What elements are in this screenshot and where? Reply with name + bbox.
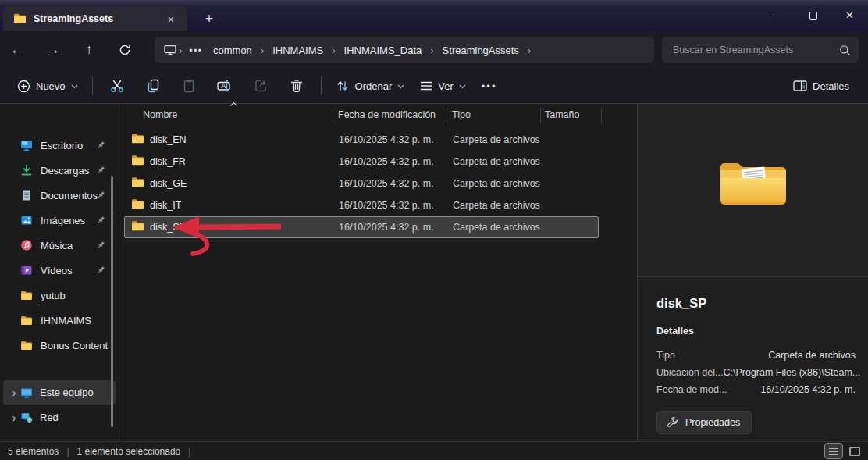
sort-button[interactable]: Ordenar [328,74,413,98]
sidebar-gap [0,358,119,380]
title-bar: StreamingAssets × + × [0,0,868,31]
column-divider[interactable] [333,108,333,123]
details-pane: disk_SP Detalles Tipo Carpeta de archivo… [637,104,868,441]
tab-close-icon[interactable]: × [162,10,180,27]
sidebar-item-label: Bonus Content [41,340,108,351]
details-fields: Tipo Carpeta de archivos Ubicación del..… [656,347,856,398]
forward-button[interactable]: → [41,37,66,62]
file-row-disk-en[interactable]: disk_EN 16/10/2025 4:32 p. m. Carpeta de… [124,129,599,151]
sidebar-item-red[interactable]: › Red [3,405,116,430]
search-icon[interactable] [839,45,851,56]
folder-icon [131,134,144,147]
details-pane-icon [793,80,807,92]
rename-icon: A [216,78,233,94]
column-divider[interactable] [446,108,446,123]
column-divider[interactable] [601,108,602,123]
copy-button[interactable] [135,72,171,100]
field-label: Ubicación del... [656,367,723,378]
sidebar-item-descargas[interactable]: Descargas [3,159,116,182]
properties-button[interactable]: Propiedades [656,411,752,434]
maximize-button[interactable] [795,0,831,31]
file-row-disk-sp-selected[interactable]: disk_SP 16/10/2025 4:32 p. m. Carpeta de… [124,216,599,238]
main-area: Escritorio Descargas Documentos Imágenes [0,104,868,441]
breadcrumb-item-ihnmaims-data[interactable]: IHNMAIMS_Data [338,41,429,59]
new-tab-button[interactable]: + [198,8,220,30]
chevron-right-icon: › [329,45,337,56]
chevron-expand-icon[interactable]: › [8,412,20,424]
up-button[interactable]: ↑ [76,37,101,62]
sidebar: Escritorio Descargas Documentos Imágenes [0,104,119,441]
rename-button[interactable]: A [207,72,243,100]
search-box [662,37,859,63]
this-pc-icon [20,387,33,399]
svg-text:A: A [221,82,226,90]
close-button[interactable]: × [831,0,868,31]
sidebar-item-escritorio[interactable]: Escritorio [3,134,116,157]
search-input[interactable] [673,45,839,55]
chevron-right-icon: › [525,45,533,56]
pin-icon [96,191,105,200]
file-modified: 16/10/2025 4:32 p. m. [339,156,434,167]
folder-icon [20,291,33,301]
pin-icon [96,141,105,150]
column-header-fecha[interactable]: Fecha de modificación [338,109,436,120]
open-folder-icon [717,158,789,214]
column-header-nombre[interactable]: Nombre [143,109,177,120]
wrench-icon [667,416,678,428]
paste-button[interactable] [171,72,207,100]
refresh-button[interactable] [112,37,137,62]
sidebar-item-este-equipo[interactable]: › Este equipo [3,380,116,405]
sidebar-item-documentos[interactable]: Documentos [3,184,116,207]
more-options-button[interactable]: ••• [474,75,505,98]
chevron-expand-icon[interactable]: › [8,387,20,399]
file-rows: disk_EN 16/10/2025 4:32 p. m. Carpeta de… [119,129,637,238]
sidebar-item-yutub[interactable]: yutub [3,283,116,307]
file-name: disk_EN [150,134,187,145]
cut-button[interactable] [99,72,135,100]
folder-icon [13,13,27,24]
breadcrumb-item-ihnmaims[interactable]: IHNMAIMS [266,41,329,59]
breadcrumb-item-streamingassets[interactable]: StreamingAssets [436,41,525,59]
file-type: Carpeta de archivos [453,222,540,233]
sidebar-scrollbar[interactable] [111,176,113,427]
thumbnails-view-button[interactable] [846,444,863,458]
tab-title: StreamingAssets [34,13,162,24]
minimize-button[interactable] [758,0,795,31]
sidebar-item-ihnmaims[interactable]: IHNMAIMS [3,308,116,332]
file-row-disk-ge[interactable]: disk_GE 16/10/2025 4:32 p. m. Carpeta de… [124,173,599,194]
sidebar-item-musica[interactable]: Música [3,234,116,257]
sidebar-item-label: IHNMAIMS [41,315,91,326]
share-button[interactable] [243,72,279,100]
view-button[interactable]: Ver [412,75,474,98]
file-type: Carpeta de archivos [453,178,540,189]
folder-icon [20,316,33,326]
sidebar-item-bonus-content[interactable]: Bonus Content [3,333,116,357]
breadcrumb-overflow[interactable]: ••• [184,45,207,56]
new-button[interactable]: Nuevo [9,74,86,98]
sort-button-label: Ordenar [355,80,393,92]
sidebar-item-imagenes[interactable]: Imágenes [3,209,116,232]
breadcrumb-item-common[interactable]: common [207,41,258,59]
sidebar-item-videos[interactable]: Vídeos [3,259,116,282]
column-header-tipo[interactable]: Tipo [452,109,471,120]
pin-icon [96,266,105,275]
window-controls: × [758,0,868,31]
file-row-disk-it[interactable]: disk_IT 16/10/2025 4:32 p. m. Carpeta de… [124,194,599,216]
explorer-tab[interactable]: StreamingAssets × [3,6,187,31]
toolbar-divider [92,77,93,95]
file-name: disk_FR [150,156,186,167]
details-view-button[interactable] [825,444,842,458]
details-pane-button[interactable]: Detalles [785,74,857,98]
column-divider[interactable] [540,108,541,123]
column-header-tamano[interactable]: Tamaño [545,109,579,120]
file-explorer-window: StreamingAssets × + × ← → ↑ › ••• common… [0,0,868,460]
sidebar-item-label: Escritorio [41,140,83,152]
details-body: disk_SP Detalles Tipo Carpeta de archivo… [638,296,868,434]
folder-icon [131,177,144,191]
this-pc-icon[interactable] [164,44,176,56]
back-button[interactable]: ← [5,37,30,62]
delete-button[interactable] [279,72,315,100]
file-row-disk-fr[interactable]: disk_FR 16/10/2025 4:32 p. m. Carpeta de… [124,151,599,173]
pin-icon [96,216,105,225]
sort-icon [336,80,350,92]
